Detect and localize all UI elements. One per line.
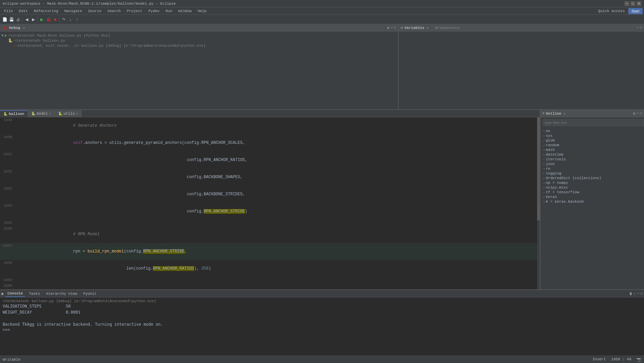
menu-project[interactable]: Project: [124, 8, 145, 14]
table-row: 1854 config.RPN_ANCHOR_STRIDE): [0, 203, 540, 220]
close-button[interactable]: ✕: [637, 1, 641, 6]
outline-label-sys: sys: [546, 134, 553, 138]
code-editor[interactable]: 1849 # Generate Anchors 1850 self.anchor…: [0, 117, 540, 289]
step-into-button[interactable]: ↓: [67, 16, 74, 23]
outline-close[interactable]: ✕: [563, 112, 565, 116]
tab-close-model[interactable]: ✕: [49, 112, 51, 116]
outline-item-os[interactable]: → os: [542, 129, 643, 133]
menu-window[interactable]: Window: [176, 8, 195, 14]
outline-arrow-scipy: →: [542, 186, 545, 190]
outline-max-icon[interactable]: □: [640, 112, 642, 116]
console-clear-icon[interactable]: 🗑: [629, 292, 633, 296]
tab-console[interactable]: Console: [5, 291, 25, 297]
debug-button[interactable]: 🐞: [45, 16, 52, 23]
line-content[interactable]: rpn = build_rpn_model(config.RPN_ANCHOR_…: [15, 243, 540, 260]
console-scroll-icon[interactable]: ↓: [634, 292, 636, 296]
outline-item-ordereddict[interactable]: → OrderedDict (collections): [542, 176, 643, 180]
debug-tree-item-0[interactable]: ▼ ▶ <terminated> Mask-Rcnn balloon.py [P…: [1, 33, 397, 38]
line-content[interactable]: len(config.RPN_ANCHOR_RATIOS), 256): [15, 260, 540, 277]
debug-tree-item-2[interactable]: ⚠ <terminated, exit value: -1> balloon.p…: [1, 43, 397, 48]
line-content[interactable]: # Loop through pyramid layers: [15, 283, 540, 289]
maximize-button[interactable]: □: [631, 1, 635, 6]
console-content[interactable]: <terminated> balloon.py [debug] [e:\Prog…: [0, 297, 644, 356]
outline-filter-input[interactable]: [543, 119, 644, 126]
menu-help[interactable]: Help: [195, 8, 209, 14]
console-max-icon[interactable]: □: [641, 292, 643, 296]
debug-tree-label-1: <terminated> balloon.py: [14, 39, 65, 43]
line-content[interactable]: self.anchors = utils.generate_pyramid_an…: [15, 134, 540, 152]
outline-item-random[interactable]: → random: [542, 143, 643, 148]
line-content[interactable]: config.RPN_ANCHOR_RATIOS,: [15, 152, 540, 169]
console-min-icon[interactable]: ─: [637, 292, 639, 296]
line-content[interactable]: [15, 277, 540, 283]
variables-panel-close[interactable]: ✕: [427, 26, 429, 30]
editor-scrollbar[interactable]: [537, 117, 540, 289]
menu-edit[interactable]: Edit: [16, 8, 30, 14]
tab-model[interactable]: 🐍 model ✕: [28, 110, 55, 117]
outline-item-sys[interactable]: → sys: [542, 133, 643, 138]
line-content[interactable]: [15, 220, 540, 226]
outline-item-re[interactable]: → re: [542, 166, 643, 171]
outline-settings-icon[interactable]: ⚙: [633, 112, 635, 116]
menu-navigate[interactable]: Navigate: [62, 8, 85, 14]
outline-arrow-datetime: →: [542, 153, 545, 157]
tab-close-utils[interactable]: ✕: [76, 112, 78, 116]
line-content[interactable]: config.RPN_ANCHOR_STRIDE): [15, 203, 540, 220]
outline-filter-container[interactable]: [540, 117, 644, 128]
print-button[interactable]: 🖨: [15, 16, 22, 23]
run-button[interactable]: ▶: [38, 16, 45, 23]
step-return-button[interactable]: ↑: [74, 16, 80, 23]
status-writable: Writable: [3, 358, 21, 362]
line-content[interactable]: # Generate Anchors: [15, 117, 540, 134]
forward-button[interactable]: ▶: [30, 16, 37, 23]
menu-search[interactable]: Search: [105, 8, 124, 14]
breakpoints-tab[interactable]: Breakpoints: [435, 26, 460, 30]
new-button[interactable]: 📄: [1, 16, 8, 23]
outline-icons: ⚙ ─ □: [633, 112, 642, 116]
tab-balloon[interactable]: 🐍 balloon: [0, 110, 28, 117]
debug-panel-close[interactable]: ✕: [23, 26, 25, 30]
outline-item-datetime[interactable]: → datetime: [542, 152, 643, 157]
tab-tasks[interactable]: Tasks: [27, 291, 42, 296]
scrollbar-thumb[interactable]: [537, 117, 540, 220]
tab-utils[interactable]: 🐍 utils ✕: [55, 110, 82, 117]
outline-item-itertools[interactable]: → itertools: [542, 157, 643, 162]
outline-min-icon[interactable]: ─: [637, 112, 639, 116]
outline-item-numpy[interactable]: → np = numpy: [542, 180, 643, 185]
outline-item-scipy[interactable]: → scipy.misc: [542, 185, 643, 190]
menu-run[interactable]: Run: [163, 8, 175, 14]
console-area: ▣ Console Tasks Hierarchy View PyUnit 🗑 …: [0, 290, 644, 356]
save-button[interactable]: 💾: [8, 16, 15, 23]
line-content[interactable]: config.BACKBONE_STRIDES,: [15, 186, 540, 203]
outline-item-tensorflow[interactable]: → tf = tensorflow: [542, 190, 643, 195]
start-button[interactable]: Start: [628, 8, 643, 14]
tab-pyunit[interactable]: PyUnit: [81, 291, 99, 296]
maximize-icon[interactable]: □: [394, 26, 396, 30]
outline-item-keras[interactable]: → keras: [542, 195, 643, 199]
var-minimize-icon[interactable]: ─: [637, 26, 639, 30]
outline-item-logging[interactable]: → logging: [542, 171, 643, 176]
back-button[interactable]: ◀: [23, 16, 30, 23]
menu-source[interactable]: Source: [85, 8, 104, 14]
tab-hierarchy[interactable]: Hierarchy View: [44, 291, 79, 296]
title-bar-controls[interactable]: ─ □ ✕: [625, 1, 641, 6]
menu-pydev[interactable]: Pydev: [146, 8, 162, 14]
minimize-button[interactable]: ─: [625, 1, 629, 6]
step-over-button[interactable]: ↷: [60, 16, 67, 23]
table-row: 1850 self.anchors = utils.generate_pyram…: [0, 134, 540, 152]
top-split: 🐞 Debug ✕ ⚙ ─ □ ▼ ▶ <terminated> Mask-Rc…: [0, 24, 644, 110]
line-content[interactable]: config.BACKBONE_SHAPES,: [15, 169, 540, 186]
menu-refactoring[interactable]: Refactoring: [31, 8, 61, 14]
debug-tree-item-1[interactable]: 🐍 <terminated> balloon.py: [1, 38, 397, 43]
stop-button[interactable]: ■: [52, 16, 58, 23]
outline-item-math[interactable]: → math: [542, 148, 643, 152]
minimize-icon[interactable]: ─: [391, 26, 393, 30]
line-content[interactable]: # RPN Model: [15, 226, 540, 243]
outline-item-glob[interactable]: → glob: [542, 138, 643, 143]
settings-icon[interactable]: ⚙: [387, 26, 389, 30]
menu-file[interactable]: File: [1, 8, 15, 14]
var-maximize-icon[interactable]: □: [640, 26, 642, 30]
outline-item-json[interactable]: → json: [542, 162, 643, 166]
outline-label-numpy: np = numpy: [546, 181, 568, 185]
outline-item-keras-backend[interactable]: → K = keras.backend: [542, 199, 643, 204]
